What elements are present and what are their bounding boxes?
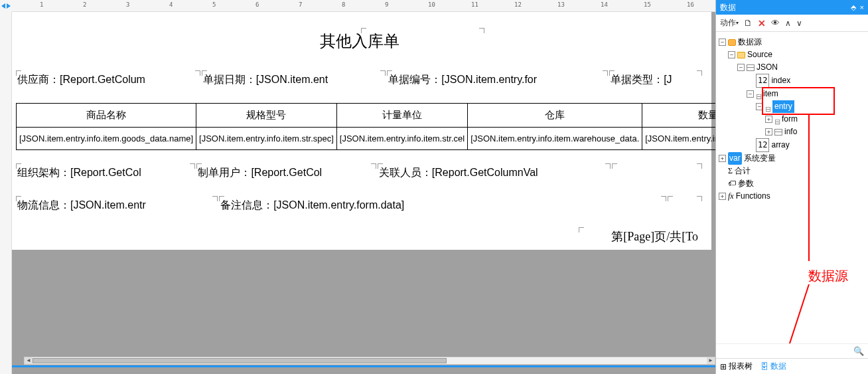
field-org[interactable]: 组织架构：[Report.GetCol [16, 163, 196, 183]
tab-data[interactable]: 🗄数据 [760, 361, 786, 372]
actions-dropdown[interactable]: 动作 ▾ [720, 17, 739, 29]
panel-close-icon[interactable]: × [860, 3, 864, 11]
th-qty[interactable]: 数量 [642, 104, 715, 128]
tree-json[interactable]: −JSON [719, 61, 865, 74]
field-date[interactable]: 单据日期：[JSON.item.ent [202, 70, 388, 90]
panel-tabs: ⊞报表树 🗄数据 [716, 358, 868, 374]
td-spec[interactable]: [JSON.item.entry.info.item.str.spec] [196, 128, 337, 150]
design-canvas[interactable]: 其他入库单 供应商：[Report.GetColum 单据日期：[JSON.it… [12, 12, 715, 374]
panel-toolbar: 动作 ▾ 🗋 ✕ 👁 ∧ ∨ [716, 15, 868, 32]
scroll-thumb[interactable] [33, 358, 447, 363]
table-data-row: [JSON.item.entry.info.item.goods_data.na… [17, 128, 716, 150]
field-spacer [612, 163, 703, 183]
data-panel: 数据 ⬘ × 动作 ▾ 🗋 ✕ 👁 ∧ ∨ −数据源 −Source −JSON… [715, 0, 868, 374]
search-icon[interactable]: 🔍 [853, 346, 864, 356]
report-title[interactable]: 其他入库单 [16, 31, 703, 52]
tree-params[interactable]: 🏷参数 [719, 177, 865, 190]
tree-sysvar[interactable]: +var系统变量 [719, 152, 865, 165]
tree-array[interactable]: 12array [719, 138, 865, 152]
field-type[interactable]: 单据类型：[J [609, 70, 703, 90]
tree-index[interactable]: 12index [719, 74, 865, 88]
bottom-divider [12, 365, 715, 367]
panel-header: 数据 ⬘ × [716, 0, 868, 15]
tree-item[interactable]: −⊟item [719, 88, 865, 100]
field-number[interactable]: 单据编号：[JSON.item.entry.for [387, 70, 609, 90]
field-maker[interactable]: 制单用户：[Report.GetCol [196, 163, 377, 183]
td-goods[interactable]: [JSON.item.entry.info.item.goods_data.na… [17, 128, 196, 150]
pin-icon[interactable]: ⬘ [851, 3, 856, 12]
field-remark[interactable]: 备注信息：[JSON.item.entry.form.data] [219, 196, 667, 215]
td-qty[interactable]: [JSON.item.entry.info.item.nums] [642, 128, 715, 150]
data-table[interactable]: 商品名称 规格型号 计量单位 仓库 数量 [JSON.item.entry.in… [16, 103, 715, 150]
tab-report-tree[interactable]: ⊞报表树 [720, 361, 753, 372]
tree-functions[interactable]: +fxFunctions [719, 190, 865, 203]
tree-sum[interactable]: Σ合计 [719, 165, 865, 177]
data-tree[interactable]: −数据源 −Source −JSON 12index −⊟item −⊟entr… [716, 32, 868, 343]
tree-datasource-root[interactable]: −数据源 [719, 36, 865, 48]
page-footer[interactable]: 第[Page]页/共[To [16, 229, 703, 244]
field-spacer2 [668, 196, 703, 215]
th-spec[interactable]: 规格型号 [196, 104, 337, 128]
td-unit[interactable]: [JSON.item.entry.info.item.str.cel [336, 128, 467, 150]
new-icon[interactable]: 🗋 [744, 18, 753, 28]
th-warehouse[interactable]: 仓库 [468, 104, 642, 128]
move-down-icon[interactable]: ∨ [796, 19, 802, 28]
th-unit[interactable]: 计量单位 [336, 104, 467, 128]
th-goods[interactable]: 商品名称 [17, 104, 196, 128]
scroll-right-arrow[interactable]: ► [707, 357, 715, 364]
tree-source[interactable]: −Source [719, 48, 865, 61]
ruler-vertical[interactable] [0, 12, 12, 374]
tree-form[interactable]: +⊟form [719, 113, 865, 126]
ruler-horizontal[interactable]: 1 2 3 4 5 6 7 8 9 10 11 12 13 14 15 16 [0, 0, 715, 12]
report-page[interactable]: 其他入库单 供应商：[Report.GetColum 单据日期：[JSON.it… [12, 12, 711, 250]
field-logistics[interactable]: 物流信息：[JSON.item.entr [16, 196, 219, 215]
canvas-background [24, 270, 715, 357]
footer-fields-row-1: 组织架构：[Report.GetCol 制单用户：[Report.GetCol … [16, 163, 703, 183]
svg-line-1 [779, 284, 809, 343]
td-warehouse[interactable]: [JSON.item.entry.info.item.warehouse_dat… [468, 128, 642, 150]
field-supplier[interactable]: 供应商：[Report.GetColum [16, 70, 202, 90]
panel-title: 数据 [720, 2, 736, 13]
table-header-row: 商品名称 规格型号 计量单位 仓库 数量 [17, 104, 716, 128]
field-related[interactable]: 关联人员：[Report.GetColumnVal [378, 163, 612, 183]
panel-search-row: 🔍 [716, 343, 868, 358]
scroll-left-arrow[interactable]: ◄ [25, 357, 33, 364]
header-fields-row: 供应商：[Report.GetColum 单据日期：[JSON.item.ent… [16, 70, 703, 90]
footer-fields-row-2: 物流信息：[JSON.item.entr 备注信息：[JSON.item.ent… [16, 196, 703, 215]
move-up-icon[interactable]: ∧ [785, 19, 791, 28]
annotation-label: 数据源 [808, 270, 848, 282]
delete-icon[interactable]: ✕ [758, 18, 766, 29]
tree-info[interactable]: +info [719, 126, 865, 138]
view-icon[interactable]: 👁 [771, 18, 780, 28]
horizontal-scrollbar[interactable]: ◄ ► [24, 357, 715, 365]
ruler-corner [0, 0, 12, 12]
tree-entry[interactable]: −⊟entry [719, 100, 865, 113]
